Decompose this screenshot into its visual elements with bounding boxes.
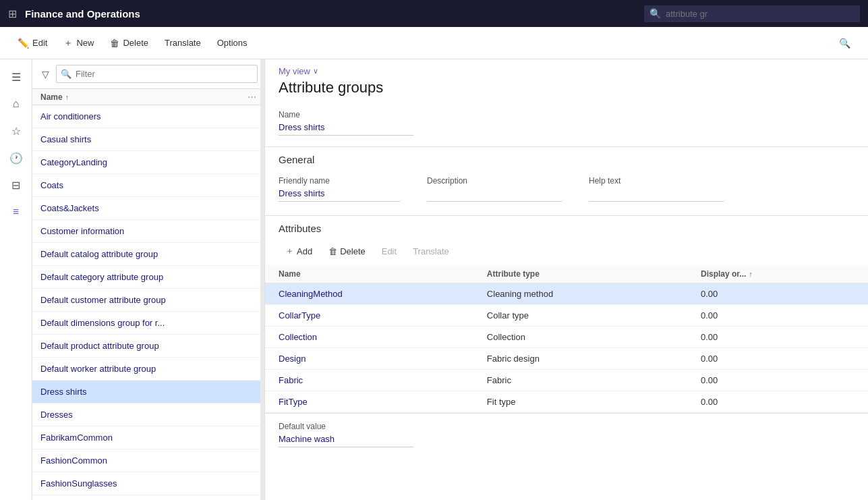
list-item[interactable]: Customer information — [32, 220, 264, 243]
delete-attribute-button[interactable]: 🗑 Delete — [322, 244, 372, 259]
attr-display-cell: 0.00 — [687, 305, 868, 327]
list-item[interactable]: CategoryLanding — [32, 151, 264, 174]
name-field-value[interactable]: Dress shirts — [279, 122, 413, 136]
attr-display-cell: 0.00 — [687, 391, 868, 413]
description-field: Description — [427, 176, 562, 202]
detail-panel: My view ∨ Attribute groups Name Dress sh… — [265, 59, 868, 500]
th-attribute-type: Attribute type — [473, 265, 687, 283]
list-item[interactable]: FashionSunglasses — [32, 472, 264, 495]
resize-handle[interactable] — [260, 59, 264, 500]
my-view-label-area: My view ∨ — [265, 59, 868, 76]
hamburger-menu-icon[interactable]: ☰ — [4, 65, 28, 89]
default-value-section: Default value Machine wash — [265, 413, 868, 453]
list-item[interactable]: Default worker attribute group — [32, 358, 264, 381]
add-attribute-button[interactable]: ＋ Add — [279, 242, 319, 260]
th-display-order: Display or... ↑ — [687, 265, 868, 283]
top-bar: ⊞ Finance and Operations 🔍 — [0, 0, 868, 27]
attr-name-cell: Fabric — [265, 370, 473, 391]
default-value-value[interactable]: Machine wash — [279, 434, 413, 447]
my-view-button[interactable]: My view — [279, 66, 310, 76]
attr-name-cell: CollarType — [265, 305, 473, 327]
list-nav-icon[interactable]: ≡ — [4, 200, 28, 224]
table-row[interactable]: CleaningMethod Cleaning method 0.00 — [265, 283, 868, 305]
top-search-input[interactable] — [644, 5, 860, 22]
delete-icon: 🗑 — [110, 38, 119, 49]
list-panel: ▽ 🔍 Name ↑ ⋯ Air conditionersCasual shir… — [32, 59, 265, 500]
main-layout: ☰ ⌂ ☆ 🕐 ⊟ ≡ ▽ 🔍 Name ↑ ⋯ Air conditioner… — [0, 59, 868, 500]
table-row[interactable]: CollarType Collar type 0.00 — [265, 305, 868, 327]
filter-button[interactable]: ▽ — [39, 66, 52, 82]
friendly-name-label: Friendly name — [279, 176, 400, 186]
filter-search-icon: 🔍 — [61, 69, 71, 79]
translate-button[interactable]: Translate — [158, 34, 208, 52]
th-name: Name — [265, 265, 473, 283]
attributes-table-header-row: Name Attribute type Display or... ↑ — [265, 265, 868, 283]
list-item[interactable]: Default category attribute group — [32, 266, 264, 289]
grid-icon[interactable]: ⊞ — [8, 7, 17, 20]
toolbar-search-button[interactable]: 🔍 — [832, 34, 857, 53]
attr-display-cell: 0.00 — [687, 348, 868, 370]
table-row[interactable]: FitType Fit type 0.00 — [265, 391, 868, 413]
name-column-header[interactable]: Name ↑ — [40, 92, 248, 102]
attr-name-cell: Design — [265, 348, 473, 370]
list-item[interactable]: Dress shirts — [32, 381, 264, 404]
description-value[interactable] — [427, 188, 562, 202]
sort-arrow-icon: ↑ — [65, 93, 69, 101]
new-icon: ＋ — [63, 37, 73, 49]
attr-name-cell: Collection — [265, 327, 473, 348]
friendly-name-value[interactable]: Dress shirts — [279, 188, 400, 202]
list-item[interactable]: Default customer attribute group — [32, 289, 264, 312]
attr-name-cell: CleaningMethod — [265, 283, 473, 305]
app-title: Finance and Operations — [25, 8, 636, 20]
attr-type-cell: Fabric — [473, 370, 687, 391]
edit-attribute-button[interactable]: Edit — [375, 244, 403, 259]
new-button[interactable]: ＋ New — [57, 33, 100, 53]
attr-name-cell: FitType — [265, 391, 473, 413]
list-item[interactable]: Default dimensions group for r... — [32, 312, 264, 335]
list-item[interactable]: Dresses — [32, 404, 264, 426]
attr-type-cell: Cleaning method — [473, 283, 687, 305]
recent-nav-icon[interactable]: 🕐 — [4, 146, 28, 170]
home-nav-icon[interactable]: ⌂ — [4, 92, 28, 116]
list-item[interactable]: Air conditioners — [32, 105, 264, 128]
top-search-icon: 🔍 — [649, 8, 661, 19]
list-item[interactable]: Coats&Jackets — [32, 197, 264, 220]
delete-button[interactable]: 🗑 Delete — [103, 34, 155, 53]
column-more-icon[interactable]: ⋯ — [248, 92, 256, 102]
attr-type-cell: Collar type — [473, 305, 687, 327]
list-item[interactable]: Default product attribute group — [32, 335, 264, 358]
attr-type-cell: Fit type — [473, 391, 687, 413]
name-field-section: Name Dress shirts — [265, 105, 868, 144]
display-sort-arrow-icon: ↑ — [749, 270, 753, 278]
page-title: Attribute groups — [265, 76, 868, 105]
add-icon: ＋ — [285, 245, 294, 257]
list-item[interactable]: FashionCommon — [32, 449, 264, 472]
help-text-label: Help text — [589, 176, 724, 186]
filter-input-wrap: 🔍 — [56, 65, 258, 83]
general-section-header: General — [265, 146, 868, 171]
list-item[interactable]: Default catalog attribute group — [32, 243, 264, 266]
attributes-toolbar: ＋ Add 🗑 Delete Edit Translate — [265, 240, 868, 265]
options-button[interactable]: Options — [210, 34, 254, 52]
list-item[interactable]: Casual shirts — [32, 128, 264, 151]
table-row[interactable]: Collection Collection 0.00 — [265, 327, 868, 348]
filter-input[interactable] — [56, 65, 258, 83]
edit-icon: ✏️ — [18, 38, 29, 49]
table-row[interactable]: Design Fabric design 0.00 — [265, 348, 868, 370]
edit-button[interactable]: ✏️ Edit — [11, 34, 54, 53]
translate-attribute-button[interactable]: Translate — [406, 244, 456, 259]
help-text-value[interactable] — [589, 188, 724, 202]
attr-type-cell: Fabric design — [473, 348, 687, 370]
name-field-label: Name — [279, 110, 855, 119]
default-value-label: Default value — [279, 422, 855, 431]
attr-display-cell: 0.00 — [687, 327, 868, 348]
my-view-arrow-icon: ∨ — [313, 67, 318, 76]
attr-display-cell: 0.00 — [687, 283, 868, 305]
description-label: Description — [427, 176, 562, 186]
favorites-icon[interactable]: ☆ — [4, 119, 28, 143]
list-item[interactable]: Coats — [32, 174, 264, 197]
attributes-section-header: Attributes — [265, 215, 868, 240]
workspace-nav-icon[interactable]: ⊟ — [4, 173, 28, 197]
table-row[interactable]: Fabric Fabric 0.00 — [265, 370, 868, 391]
list-item[interactable]: FabrikamCommon — [32, 426, 264, 449]
